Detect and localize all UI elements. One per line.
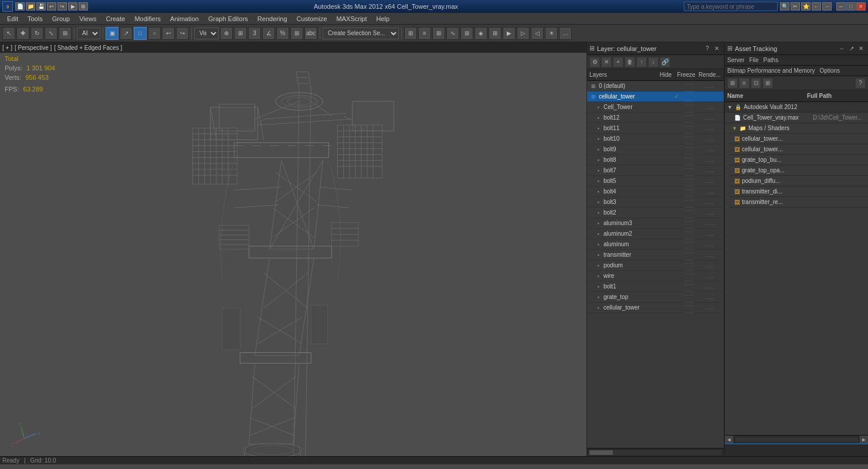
angle-snap-icon[interactable]: ∠ — [262, 27, 275, 40]
layer-item[interactable]: ▪ bolt12 —— —— —— — [587, 113, 724, 123]
asset-menu-paths[interactable]: Paths — [764, 57, 779, 63]
menu-help[interactable]: Help — [372, 13, 395, 25]
layer-item[interactable]: ▪ bolt7 —— —— —— — [587, 165, 724, 176]
asset-map-row[interactable]: 🖼 transmitter_re... — [730, 197, 868, 208]
layer-item[interactable]: ▪ cellular_tower —— —— —— — [587, 303, 724, 313]
tb-new-icon[interactable]: 📄 — [15, 2, 25, 11]
tb-undo-icon[interactable]: ↩ — [47, 2, 56, 11]
layer-panel-help-button[interactable]: ? — [703, 44, 712, 53]
layer-item[interactable]: ▪ grate_top —— —— —— — [587, 292, 724, 303]
asset-options[interactable]: Options — [820, 67, 840, 74]
tb-save-icon[interactable]: 💾 — [36, 2, 46, 11]
activeshade-icon[interactable]: ☀ — [545, 27, 558, 40]
layer-item[interactable]: ▪ bolt9 —— —— —— — [587, 144, 724, 155]
render-active-icon[interactable]: ◁ — [531, 27, 544, 40]
menu-views[interactable]: Views — [74, 13, 101, 25]
tb-open-icon[interactable]: 📁 — [26, 2, 35, 11]
selection-set-dropdown[interactable]: Create Selection Se... — [323, 28, 399, 39]
window-crossing-icon[interactable]: ↗ — [120, 27, 133, 40]
curve-editor-icon[interactable]: ∿ — [446, 27, 459, 40]
asset-vault-group[interactable]: ▼ 🔒 Autodesk Vault 2012 📄 Cell_Tower_vra… — [725, 102, 868, 123]
scale-icon[interactable]: ⤡ — [45, 27, 57, 40]
tb-btn5[interactable]: → — [822, 2, 832, 11]
search-input[interactable] — [684, 2, 778, 11]
minimize-button[interactable]: ─ — [836, 2, 846, 11]
viewport[interactable]: [ + ] [ Perspective ] [ Shaded + Edged F… — [0, 42, 586, 456]
menu-maxscript[interactable]: MAXScript — [332, 13, 372, 25]
asset-tb-help[interactable]: ? — [855, 78, 866, 89]
render-setup-icon[interactable]: ⊞ — [489, 27, 501, 40]
view-dropdown[interactable]: View — [194, 28, 219, 39]
layer-scroll-track[interactable] — [589, 450, 721, 455]
tb-render-icon[interactable]: ▶ — [68, 2, 77, 11]
tb-btn2[interactable]: ✂ — [791, 2, 800, 11]
layer-item[interactable]: ⊞ 0 (default) —— —— —— — [587, 81, 724, 91]
select-by-region-icon[interactable]: ▣ — [106, 27, 118, 40]
layer-panel-close-button[interactable]: ✕ — [712, 44, 721, 53]
layer-scroll-thumb[interactable] — [589, 450, 613, 455]
render-prod-icon[interactable]: ▷ — [517, 27, 530, 40]
asset-map-row[interactable]: 🖼 podium_diffu... — [730, 176, 868, 186]
asset-horizontal-scrollbar[interactable]: ◄ ► — [725, 435, 868, 443]
use-pivot-icon[interactable]: ⊕ — [220, 27, 233, 40]
layer-new-icon[interactable]: + — [613, 57, 623, 67]
layer-mgr-icon[interactable]: ⊞ — [432, 27, 445, 40]
redo-scene-icon[interactable]: ↪ — [176, 27, 189, 40]
search-icon[interactable]: 🔍 — [780, 2, 789, 11]
asset-tb-btn3[interactable]: ⊡ — [751, 78, 761, 89]
layer-up-icon[interactable]: ↑ — [636, 57, 647, 67]
layer-list[interactable]: ⊞ 0 (default) —— —— —— ⊞ cellular_tower … — [587, 81, 724, 448]
schematic-view-icon[interactable]: ⊞ — [460, 27, 473, 40]
menu-tools[interactable]: Tools — [23, 13, 48, 25]
asset-panel-float-button[interactable]: ↗ — [847, 44, 856, 53]
asset-maps-group[interactable]: ▼ 📁 Maps / Shaders 🖼 cellular_tower... 🖼… — [725, 123, 868, 208]
asset-map-row[interactable]: 🖼 transmitter_di... — [730, 186, 868, 197]
layer-link-icon[interactable]: 🔗 — [660, 57, 670, 67]
asset-file-row[interactable]: 📄 Cell_Tower_vray.max D:\3d\Cell_Tower..… — [725, 113, 868, 123]
asset-bitmap-perf[interactable]: Bitmap Performance and Memory — [727, 67, 815, 74]
layer-item[interactable]: ▪ bolt8 —— —— —— — [587, 155, 724, 165]
asset-panel-move-button[interactable]: ← — [838, 44, 847, 53]
move-icon[interactable]: ✚ — [16, 27, 29, 40]
rectangular-icon[interactable]: □ — [134, 27, 147, 40]
spinner-snap-icon[interactable]: ⊞ — [290, 27, 303, 40]
circular-icon[interactable]: ○ — [148, 27, 161, 40]
layer-item-cellular-tower[interactable]: ⊞ cellular_tower ✓ —— —— —— — [587, 91, 724, 102]
tb-btn3[interactable]: ⭐ — [801, 2, 811, 11]
menu-modifiers[interactable]: Modifiers — [130, 13, 165, 25]
edit-name-icon[interactable]: abc — [304, 27, 317, 40]
layer-item[interactable]: ▪ Cell_Tower —— —— —— — [587, 102, 724, 113]
viewport-canvas[interactable]: X Y Z — [0, 42, 586, 456]
layer-item[interactable]: ▪ bolt11 —— —— —— — [587, 123, 724, 134]
layer-item[interactable]: ▪ bolt10 —— —— —— — [587, 134, 724, 144]
asset-menu-file[interactable]: File — [749, 57, 758, 63]
align-icon[interactable]: ≡ — [418, 27, 431, 40]
asset-scroll-track[interactable] — [735, 437, 857, 442]
menu-rendering[interactable]: Rendering — [253, 13, 292, 25]
tb-extra-icon[interactable]: ⊞ — [79, 2, 88, 11]
asset-panel-close-button[interactable]: ✕ — [856, 44, 866, 53]
asset-map-row[interactable]: 🖼 cellular_tower... — [730, 134, 868, 144]
asset-scroll-left-btn[interactable]: ◄ — [725, 436, 733, 444]
layer-item[interactable]: ▪ bolt3 —— —— —— — [587, 197, 724, 208]
maximize-button[interactable]: □ — [846, 2, 856, 11]
layer-close-icon[interactable]: ✕ — [601, 57, 612, 67]
render-frame-icon[interactable]: ▶ — [503, 27, 516, 40]
asset-tb-btn4[interactable]: ⊞ — [762, 78, 773, 89]
asset-subgroup-header[interactable]: ▼ 📁 Maps / Shaders — [730, 123, 868, 134]
menu-group[interactable]: Group — [48, 13, 75, 25]
mirror-tool-icon[interactable]: ⊞ — [404, 27, 417, 40]
layer-delete-icon[interactable]: 🗑 — [625, 57, 635, 67]
snap-icon[interactable]: 3 — [248, 27, 261, 40]
layer-horizontal-scrollbar[interactable] — [587, 448, 724, 456]
undo-scene-icon[interactable]: ↩ — [162, 27, 175, 40]
more-tools-icon[interactable]: … — [559, 27, 572, 40]
tb-redo-icon[interactable]: ↪ — [57, 2, 67, 11]
layer-item[interactable]: ▪ transmitter —— —— —— — [587, 250, 724, 260]
layer-item[interactable]: ▪ aluminum —— —— —— — [587, 239, 724, 250]
layer-settings-icon[interactable]: ⚙ — [589, 57, 600, 67]
asset-tb-btn2[interactable]: ≡ — [739, 78, 750, 89]
layer-item[interactable]: ▪ bolt4 —— —— —— — [587, 186, 724, 197]
menu-customize[interactable]: Customize — [292, 13, 332, 25]
layer-item[interactable]: ▪ aluminum2 —— —— —— — [587, 229, 724, 239]
